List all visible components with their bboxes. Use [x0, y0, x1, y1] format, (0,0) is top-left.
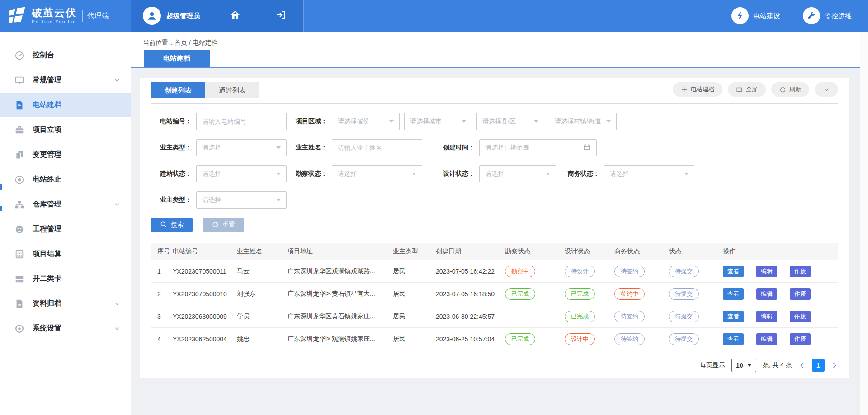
status-badge: 待签约 [614, 311, 645, 322]
sidebar-item-label: 电站终止 [33, 175, 61, 184]
view-button[interactable]: 查看 [723, 311, 744, 322]
view-button[interactable]: 查看 [723, 288, 744, 300]
filter-survey-status: 勘察状态： 请选择 [287, 165, 422, 182]
column-header: 序号 [151, 247, 173, 256]
table-row: 2YX2023070500010刘强东广东深圳龙华区黄石镇星官大...居民202… [151, 283, 838, 305]
view-button[interactable]: 查看 [723, 333, 744, 345]
prev-page-button[interactable] [798, 362, 806, 369]
target-icon [14, 175, 24, 185]
settings-icon [14, 324, 24, 334]
station-table: 序号电站编号业主姓名项目地址业主类型创建日期勘察状态设计状态商务状态状态操作 1… [151, 243, 838, 350]
sidebar-item-data-archive[interactable]: 资料归档 [0, 291, 131, 316]
page-scrollbar[interactable] [860, 32, 868, 415]
edit-button[interactable]: 编辑 [756, 288, 777, 300]
sidebar-item-station-filing[interactable]: 电站建档 [0, 93, 131, 117]
edit-button[interactable]: 编辑 [756, 333, 777, 345]
sidebar-item-label: 工程管理 [33, 224, 61, 234]
caret-down-icon [276, 199, 281, 201]
nav-monitoring-ops[interactable]: 监控运维 [803, 7, 852, 24]
caret-down-icon [389, 120, 394, 123]
column-header: 设计状态 [565, 247, 614, 256]
sidebar-item-label: 控制台 [33, 51, 54, 60]
status-badge: 待提交 [669, 311, 699, 322]
sidebar-item-general-management[interactable]: 常规管理 [0, 68, 131, 93]
filter-design-status: 设计状态： 请选择 [434, 165, 556, 182]
tab-create-list[interactable]: 创建列表 [151, 82, 205, 98]
current-page[interactable]: 1 [812, 359, 825, 372]
page-tab-station-filing[interactable]: 电站建档 [144, 50, 210, 67]
sidebar-item-engineering-management[interactable]: 工程管理 [0, 217, 131, 242]
logout-button[interactable] [258, 0, 304, 32]
build-status-select[interactable]: 请选择 [196, 165, 287, 182]
view-button[interactable]: 查看 [723, 266, 744, 277]
owner-type-select[interactable]: 请选择 [196, 139, 287, 156]
card-icon [14, 274, 24, 284]
survey-status-select[interactable]: 请选择 [332, 165, 422, 182]
owner-type-2-select[interactable]: 请选择 [196, 191, 287, 209]
caret-down-icon [534, 120, 538, 123]
owner-name-input[interactable] [332, 139, 422, 156]
next-page-button[interactable] [831, 362, 838, 369]
column-header: 操作 [723, 247, 831, 256]
home-icon [230, 9, 241, 22]
status-badge: 勘察中 [505, 266, 535, 277]
sidebar-item-system-settings[interactable]: 系统设置 [0, 316, 131, 341]
station-no-input[interactable] [196, 113, 287, 130]
business-status-select[interactable]: 请选择 [604, 165, 694, 182]
caret-down-icon [747, 364, 752, 367]
sidebar-item-station-termination[interactable]: 电站终止 [0, 167, 131, 192]
sidebar-item-project-settlement[interactable]: 项目结算 [0, 242, 131, 266]
void-button[interactable]: 作废 [790, 333, 811, 345]
monitor-icon [14, 75, 24, 85]
region-city-select[interactable]: 请选择城市 [404, 113, 472, 130]
void-button[interactable]: 作废 [790, 266, 811, 277]
void-button[interactable]: 作废 [790, 311, 811, 322]
sidebar-item-project-initiation[interactable]: 项目立项 [0, 117, 131, 142]
sidebar-item-warehouse-management[interactable]: 仓库管理 [0, 192, 131, 217]
void-button[interactable]: 作废 [790, 288, 811, 300]
sidebar-item-second-class-card[interactable]: 开二类卡 [0, 266, 131, 291]
sitemap-icon [14, 200, 24, 210]
edit-button[interactable]: 编辑 [756, 311, 777, 322]
search-button[interactable]: 搜索 [151, 218, 193, 232]
refresh-icon [779, 86, 786, 93]
collapse-button[interactable] [815, 82, 838, 97]
add-station-button[interactable]: 电站建档 [673, 82, 722, 97]
fullscreen-button[interactable]: 全屏 [728, 82, 766, 97]
topbar: 破茧云伏 Po Jian Yun Fu 代理端 超级管理员 [0, 0, 868, 32]
reset-button[interactable]: 重置 [203, 218, 244, 232]
home-button[interactable] [212, 0, 258, 32]
topbar-right-nav: 电站建设 监控运维 [731, 0, 868, 32]
logo-title: 破茧云伏 [32, 8, 77, 18]
sidebar-scroll-mark [0, 206, 2, 211]
filter-actions: 搜索 重置 [151, 218, 838, 232]
page-size-select[interactable]: 10 [731, 359, 756, 372]
caret-down-icon [462, 120, 466, 123]
tabs-row: 创建列表通过列表 电站建档全屏刷新 [151, 78, 838, 104]
design-status-select[interactable]: 请选择 [479, 165, 556, 182]
filter-create-time: 创建时间： 请选择日期范围 [434, 139, 597, 156]
sidebar-item-dashboard[interactable]: 控制台 [0, 43, 131, 68]
search-icon [160, 221, 167, 229]
edit-button[interactable]: 编辑 [756, 266, 777, 277]
sidebar-item-label: 常规管理 [33, 75, 61, 85]
refresh-button[interactable]: 刷新 [771, 82, 809, 97]
filter-station-no: 电站编号： [151, 113, 287, 130]
region-district-select[interactable]: 请选择县/区 [476, 113, 544, 130]
status-badge: 待签约 [614, 333, 645, 345]
logo[interactable]: 破茧云伏 Po Jian Yun Fu 代理端 [0, 0, 131, 32]
column-header: 项目地址 [288, 247, 393, 256]
nav-station-construction[interactable]: 电站建设 [731, 7, 780, 24]
user-menu[interactable]: 超级管理员 [131, 0, 212, 32]
tab-passed-list[interactable]: 通过列表 [205, 82, 259, 98]
sidebar-item-change-management[interactable]: 变更管理 [0, 142, 131, 167]
copy-icon [14, 150, 24, 160]
region-province-select[interactable]: 请选择省份 [332, 113, 400, 130]
status-badge: 待设计 [565, 266, 595, 277]
fullscreen-icon [736, 86, 743, 93]
region-town-select[interactable]: 请选择村镇/街道 [549, 113, 617, 130]
table-row: 3YX2023063000009学员广东深圳龙华区黄石镇姚家庄...居民2023… [151, 305, 838, 328]
create-time-input[interactable]: 请选择日期范围 [479, 139, 597, 156]
gauge-icon [14, 224, 24, 234]
column-header: 商务状态 [614, 247, 669, 256]
